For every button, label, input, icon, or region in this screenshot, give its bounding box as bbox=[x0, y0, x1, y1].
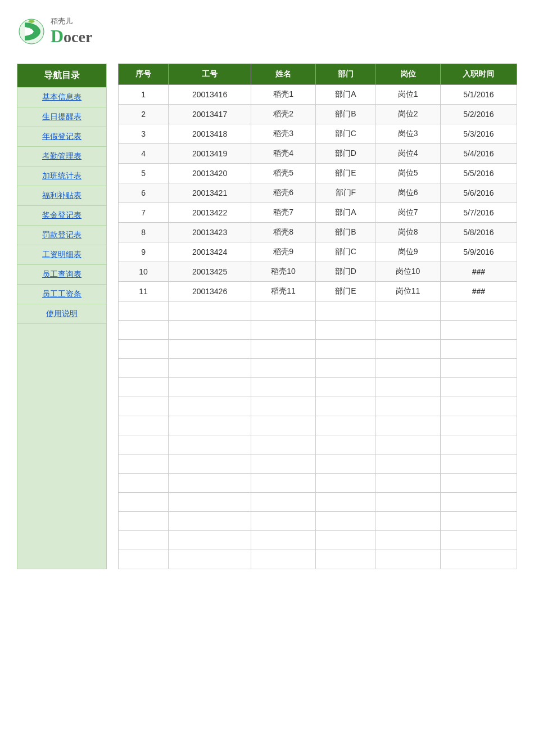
data-table: 序号工号姓名部门岗位入职时间 120013416稻壳1部门A岗位15/1/201… bbox=[118, 64, 517, 569]
empty-cell-0-4 bbox=[375, 301, 440, 320]
sidebar-link-3[interactable]: 考勤管理表 bbox=[42, 151, 82, 160]
empty-cell-3-1 bbox=[169, 358, 251, 377]
sidebar-link-7[interactable]: 罚款登记表 bbox=[42, 230, 82, 239]
sidebar-item-7[interactable]: 罚款登记表 bbox=[17, 226, 106, 245]
empty-cell-1-4 bbox=[375, 320, 440, 339]
empty-cell-12-2 bbox=[251, 530, 315, 550]
table-empty-row bbox=[119, 320, 517, 339]
empty-cell-9-2 bbox=[251, 473, 315, 492]
empty-cell-10-5 bbox=[440, 492, 517, 511]
cell-9-2: 稻壳10 bbox=[251, 262, 315, 281]
sidebar-link-6[interactable]: 奖金登记表 bbox=[42, 210, 82, 219]
sidebar-link-5[interactable]: 福利补贴表 bbox=[42, 191, 82, 200]
empty-cell-4-4 bbox=[375, 377, 440, 397]
cell-3-4: 岗位4 bbox=[375, 143, 440, 163]
empty-cell-0-0 bbox=[119, 301, 169, 320]
sidebar-link-2[interactable]: 年假登记表 bbox=[42, 132, 82, 141]
empty-cell-12-3 bbox=[316, 530, 375, 550]
table-empty-row bbox=[119, 550, 517, 569]
empty-cell-2-5 bbox=[440, 339, 517, 358]
sidebar-link-4[interactable]: 加班统计表 bbox=[42, 171, 82, 180]
empty-cell-5-2 bbox=[251, 397, 315, 416]
empty-cell-7-0 bbox=[119, 435, 169, 454]
table-row: 320013418稻壳3部门C岗位35/3/2016 bbox=[119, 124, 517, 143]
page-container: 稻壳儿 Docer 导航目录 基本信息表生日提醒表年假登记表考勤管理表加班统计表… bbox=[0, 0, 534, 756]
sidebar-item-10[interactable]: 员工工资条 bbox=[17, 285, 106, 304]
sidebar-item-9[interactable]: 员工查询表 bbox=[17, 265, 106, 285]
sidebar-item-2[interactable]: 年假登记表 bbox=[17, 127, 106, 147]
sidebar-link-11[interactable]: 使用说明 bbox=[46, 309, 78, 318]
sidebar-item-1[interactable]: 生日提醒表 bbox=[17, 107, 106, 127]
empty-cell-4-2 bbox=[251, 377, 315, 397]
empty-cell-9-0 bbox=[119, 473, 169, 492]
empty-cell-11-0 bbox=[119, 511, 169, 530]
cell-7-2: 稻壳8 bbox=[251, 222, 315, 242]
sidebar-item-3[interactable]: 考勤管理表 bbox=[17, 147, 106, 166]
empty-cell-2-0 bbox=[119, 339, 169, 358]
logo-ocer: ocer bbox=[64, 28, 92, 46]
cell-8-5: 5/9/2016 bbox=[440, 242, 517, 262]
empty-cell-5-0 bbox=[119, 397, 169, 416]
cell-2-2: 稻壳3 bbox=[251, 124, 315, 143]
cell-2-1: 20013418 bbox=[169, 124, 251, 143]
cell-7-5: 5/8/2016 bbox=[440, 222, 517, 242]
table-empty-row bbox=[119, 530, 517, 550]
sidebar-item-11[interactable]: 使用说明 bbox=[17, 304, 106, 324]
cell-10-5: ### bbox=[440, 281, 517, 301]
sidebar-link-0[interactable]: 基本信息表 bbox=[42, 92, 82, 101]
cell-10-4: 岗位11 bbox=[375, 281, 440, 301]
empty-cell-2-4 bbox=[375, 339, 440, 358]
empty-cell-9-1 bbox=[169, 473, 251, 492]
cell-2-4: 岗位3 bbox=[375, 124, 440, 143]
empty-cell-5-3 bbox=[316, 397, 375, 416]
empty-cell-3-3 bbox=[316, 358, 375, 377]
empty-cell-1-3 bbox=[316, 320, 375, 339]
empty-cell-10-0 bbox=[119, 492, 169, 511]
sidebar-link-8[interactable]: 工资明细表 bbox=[42, 250, 82, 259]
table-row: 120013416稻壳1部门A岗位15/1/2016 bbox=[119, 84, 517, 104]
sidebar-items-container: 基本信息表生日提醒表年假登记表考勤管理表加班统计表福利补贴表奖金登记表罚款登记表… bbox=[17, 88, 106, 324]
logo-icon bbox=[17, 17, 46, 46]
table-empty-row bbox=[119, 301, 517, 320]
cell-3-1: 20013419 bbox=[169, 143, 251, 163]
sidebar-item-5[interactable]: 福利补贴表 bbox=[17, 186, 106, 206]
cell-10-1: 20013426 bbox=[169, 281, 251, 301]
empty-cell-6-0 bbox=[119, 416, 169, 435]
empty-cell-0-5 bbox=[440, 301, 517, 320]
empty-cell-0-3 bbox=[316, 301, 375, 320]
empty-cell-7-2 bbox=[251, 435, 315, 454]
cell-4-1: 20013420 bbox=[169, 163, 251, 183]
empty-cell-6-5 bbox=[440, 416, 517, 435]
empty-cell-10-4 bbox=[375, 492, 440, 511]
sidebar-link-10[interactable]: 员工工资条 bbox=[42, 289, 82, 298]
col-header-3: 部门 bbox=[316, 64, 375, 84]
cell-0-2: 稻壳1 bbox=[251, 84, 315, 104]
cell-5-0: 6 bbox=[119, 183, 169, 202]
sidebar-item-0[interactable]: 基本信息表 bbox=[17, 88, 106, 107]
empty-cell-10-3 bbox=[316, 492, 375, 511]
table-empty-row bbox=[119, 492, 517, 511]
cell-9-1: 20013425 bbox=[169, 262, 251, 281]
cell-4-3: 部门E bbox=[316, 163, 375, 183]
empty-cell-13-1 bbox=[169, 550, 251, 569]
sidebar-link-1[interactable]: 生日提醒表 bbox=[42, 112, 82, 121]
cell-8-1: 20013424 bbox=[169, 242, 251, 262]
empty-cell-4-3 bbox=[316, 377, 375, 397]
sidebar-item-8[interactable]: 工资明细表 bbox=[17, 245, 106, 265]
cell-3-2: 稻壳4 bbox=[251, 143, 315, 163]
empty-cell-8-0 bbox=[119, 454, 169, 473]
sidebar-item-4[interactable]: 加班统计表 bbox=[17, 166, 106, 186]
cell-4-4: 岗位5 bbox=[375, 163, 440, 183]
empty-cell-3-0 bbox=[119, 358, 169, 377]
empty-cell-3-2 bbox=[251, 358, 315, 377]
empty-cell-13-3 bbox=[316, 550, 375, 569]
col-header-0: 序号 bbox=[119, 64, 169, 84]
empty-cell-8-1 bbox=[169, 454, 251, 473]
cell-8-0: 9 bbox=[119, 242, 169, 262]
sidebar-link-9[interactable]: 员工查询表 bbox=[42, 269, 82, 278]
empty-cell-3-4 bbox=[375, 358, 440, 377]
empty-cell-8-2 bbox=[251, 454, 315, 473]
cell-6-4: 岗位7 bbox=[375, 202, 440, 222]
cell-8-2: 稻壳9 bbox=[251, 242, 315, 262]
sidebar-item-6[interactable]: 奖金登记表 bbox=[17, 206, 106, 226]
